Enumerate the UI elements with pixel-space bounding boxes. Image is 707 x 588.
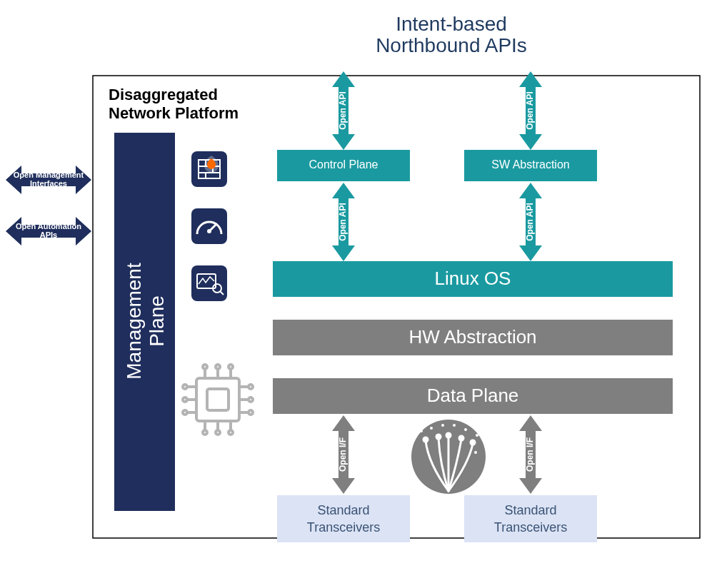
- svg-point-49: [249, 410, 253, 415]
- platform-frame: [93, 76, 700, 538]
- svg-point-29: [216, 365, 220, 369]
- svg-text:Open I/F: Open I/F: [525, 437, 535, 472]
- svg-point-35: [216, 430, 220, 435]
- svg-point-39: [183, 385, 187, 389]
- svg-text:Open Automation: Open Automation: [16, 222, 81, 230]
- svg-point-60: [453, 424, 456, 427]
- svg-point-56: [458, 435, 465, 442]
- svg-point-27: [203, 365, 207, 369]
- svg-point-53: [423, 437, 429, 443]
- svg-point-61: [464, 428, 467, 431]
- open-if-arrow-left: Open I/F: [332, 415, 355, 494]
- open-api-arrow-sw-top: Open API: [519, 71, 542, 150]
- management-plane-label-2: Plane: [146, 295, 168, 347]
- svg-point-43: [183, 410, 187, 415]
- svg-point-55: [446, 432, 452, 439]
- svg-point-59: [441, 424, 444, 427]
- svg-point-45: [249, 385, 253, 389]
- svg-point-47: [249, 397, 253, 402]
- platform-title-line2: Network Platform: [109, 104, 239, 122]
- svg-rect-25: [207, 389, 229, 410]
- svg-text:Open Management: Open Management: [14, 171, 84, 179]
- transceivers-right-line2: Transceivers: [494, 520, 567, 534]
- external-mgmt-arrow: Open Management Interfaces: [6, 166, 91, 194]
- svg-point-31: [229, 365, 233, 369]
- svg-point-63: [420, 430, 423, 432]
- svg-point-37: [229, 430, 233, 435]
- platform-title-line1: Disaggregated: [109, 86, 218, 103]
- monitor-icon: [191, 265, 227, 301]
- open-api-arrow-control-bottom: Open API: [332, 183, 355, 261]
- open-api-arrow-control-top: Open API: [332, 71, 355, 150]
- svg-text:Open API: Open API: [338, 91, 348, 130]
- svg-point-15: [207, 229, 211, 233]
- svg-point-57: [470, 440, 476, 446]
- svg-point-33: [203, 430, 207, 435]
- svg-text:Open API: Open API: [338, 203, 348, 241]
- svg-point-41: [183, 397, 187, 402]
- svg-rect-13: [191, 208, 227, 244]
- svg-text:Open API: Open API: [525, 203, 535, 241]
- chip-icon: [183, 365, 253, 435]
- fiber-icon: [411, 420, 486, 494]
- firewall-icon: [191, 151, 227, 187]
- hw-abstraction-label: HW Abstraction: [408, 326, 536, 348]
- svg-point-58: [430, 427, 433, 430]
- open-if-arrow-right: Open I/F: [519, 415, 542, 494]
- svg-point-54: [436, 434, 442, 440]
- transceivers-right-line1: Standard: [504, 503, 556, 517]
- svg-text:APIs: APIs: [40, 230, 57, 239]
- open-api-arrow-sw-bottom: Open API: [519, 183, 542, 261]
- title-line2: Northbound APIs: [376, 34, 527, 56]
- control-plane-label: Control Plane: [309, 158, 378, 171]
- transceivers-left-line1: Standard: [317, 503, 369, 517]
- sw-abstraction-label: SW Abstraction: [491, 158, 569, 171]
- svg-point-62: [476, 434, 478, 437]
- management-plane-label-1: Management: [123, 263, 145, 380]
- svg-point-64: [474, 451, 477, 454]
- linux-os-label: Linux OS: [435, 268, 511, 289]
- svg-text:Open I/F: Open I/F: [338, 437, 348, 472]
- external-automation-arrow: Open Automation APIs: [6, 217, 91, 245]
- svg-text:Interfaces: Interfaces: [30, 179, 67, 188]
- title-line1: Intent-based: [396, 13, 507, 35]
- transceivers-left-line2: Transceivers: [307, 520, 380, 534]
- svg-text:Open API: Open API: [525, 91, 535, 130]
- data-plane-label: Data Plane: [427, 385, 519, 406]
- gauge-icon: [191, 208, 227, 244]
